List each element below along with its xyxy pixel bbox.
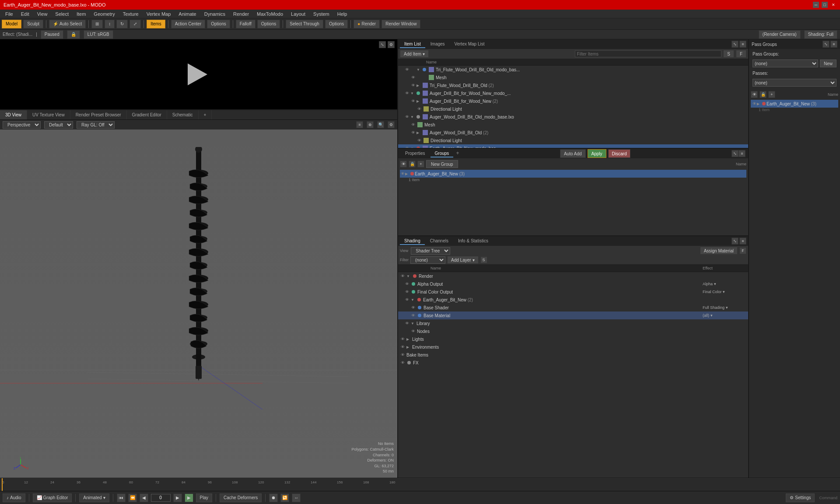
pass-groups-dropdown[interactable]: (none)	[752, 60, 818, 67]
eye-icon[interactable]: 👁	[404, 282, 410, 286]
eye-icon[interactable]: 👁	[752, 102, 757, 106]
eye-icon[interactable]: 👁	[410, 83, 416, 88]
minimize-btn[interactable]: ─	[813, 2, 819, 8]
pg-lock-btn[interactable]: 🔒	[760, 91, 766, 98]
transform-btn-1[interactable]: ⊞	[91, 20, 103, 28]
eye-icon[interactable]: 👁	[404, 290, 410, 294]
eye-icon[interactable]: 👁	[404, 146, 410, 148]
shader-item-environments[interactable]: 👁 ▶ Environments	[398, 343, 748, 351]
eye-icon[interactable]: 👁	[410, 329, 416, 333]
add-tab-btn[interactable]: +	[456, 150, 459, 158]
eye-icon[interactable]: 👁	[400, 360, 405, 365]
menu-render[interactable]: Render	[230, 10, 252, 18]
list-item[interactable]: 👁 ▼ Earth_Auger_Bit_New_modo_bas ...	[398, 144, 748, 148]
transport-prev[interactable]: ◀	[140, 494, 148, 502]
discard-btn[interactable]: Discard	[608, 149, 631, 158]
shader-panel-expand[interactable]: ⤡	[732, 238, 738, 245]
pg-eye-btn[interactable]: 👁	[751, 91, 758, 98]
cache-deformers-btn[interactable]: Cache Deformers	[220, 494, 262, 502]
tab-info-stats[interactable]: Info & Statistics	[454, 238, 493, 245]
options-btn-1[interactable]: Options	[207, 20, 230, 28]
pg-settings[interactable]: ≡	[830, 41, 837, 48]
eye-icon[interactable]: 👁	[410, 75, 416, 80]
transform-btn-2[interactable]: ↕	[105, 20, 115, 28]
list-item[interactable]: 👁 Mesh	[398, 74, 748, 81]
expand-icon[interactable]: ▼	[410, 115, 415, 119]
expand-icon[interactable]: ▶	[405, 172, 410, 176]
viewport-content[interactable]: X Y Z No Items Polygons: Catmull-Clark C…	[0, 130, 397, 478]
paused-btn[interactable]: Paused	[41, 30, 63, 39]
shader-item-bake[interactable]: 👁 Bake Items	[398, 351, 748, 359]
graph-editor-btn[interactable]: 📈 Graph Editor	[33, 494, 72, 502]
shader-item-lights[interactable]: 👁 ▶ Lights	[398, 335, 748, 343]
menu-select[interactable]: Select	[52, 10, 72, 18]
menu-maxtomode[interactable]: MaxToModo	[253, 10, 287, 18]
shader-filter-dropdown[interactable]: (none)	[410, 256, 445, 264]
eye-icon[interactable]: 👁	[404, 91, 410, 95]
list-item[interactable]: 👁 Directional Light	[398, 136, 748, 144]
expand-icon[interactable]: ▼	[406, 274, 411, 278]
menu-texture[interactable]: Texture	[119, 10, 142, 18]
animated-btn[interactable]: Animated ▾	[79, 494, 109, 502]
shader-panel-settings[interactable]: ≡	[739, 238, 746, 245]
tab-images[interactable]: Images	[426, 41, 449, 48]
group-row[interactable]: 👁 ▶ Earth_Auger_Bit_New (3)	[400, 170, 746, 178]
tab-channels[interactable]: Channels	[426, 238, 453, 245]
filter-s-btn[interactable]: S	[723, 50, 734, 58]
menu-dynamics[interactable]: Dynamics	[201, 10, 229, 18]
list-item[interactable]: 👁 ▶ Tri_Flute_Wood_Drill_Bit_Old (2)	[398, 81, 748, 89]
eye-icon[interactable]: 👁	[404, 298, 410, 302]
falloff-btn[interactable]: Falloff	[236, 20, 256, 28]
vp-menu-btn[interactable]: ≡	[356, 121, 363, 128]
expand-icon[interactable]: ▶	[406, 337, 411, 341]
maximize-btn[interactable]: □	[822, 2, 828, 8]
transport-prev-key[interactable]: ⏪	[128, 494, 137, 502]
tab-gradient-editor[interactable]: Gradient Editor	[127, 110, 167, 119]
play-preview-btn[interactable]	[188, 63, 210, 85]
transport-loop[interactable]: 🔁	[280, 494, 289, 502]
transport-next[interactable]: ▶	[173, 494, 182, 502]
eye-icon[interactable]: 👁	[404, 67, 410, 72]
eye-icon[interactable]: 👁	[400, 353, 405, 357]
tab-shading[interactable]: Shading	[400, 238, 425, 245]
eye-icon[interactable]: 👁	[404, 321, 410, 326]
add-item-btn[interactable]: Add Item ▾	[400, 50, 429, 58]
vp-settings-btn[interactable]: ⚙	[388, 121, 395, 128]
eye-icon[interactable]: 👁	[410, 99, 416, 103]
item-panel-expand[interactable]: ⤡	[732, 41, 738, 48]
shader-view-dropdown[interactable]: Shader Tree	[411, 247, 450, 255]
item-panel-settings[interactable]: ≡	[739, 41, 746, 48]
tab-uv-texture[interactable]: UV Texture View	[27, 110, 70, 119]
tab-3dview[interactable]: 3D View	[0, 110, 27, 119]
tab-properties[interactable]: Properties	[401, 150, 430, 158]
menu-geometry[interactable]: Geometry	[90, 10, 118, 18]
expand-icon[interactable]: ▶	[406, 345, 411, 349]
pg-new-btn[interactable]: New	[820, 60, 836, 67]
timeline-ruler[interactable]: 0 12 24 36 48 60 72 84 96 108 120 132 14…	[0, 478, 840, 491]
shader-item-fx[interactable]: 👁 FX	[398, 359, 748, 367]
shader-item-nodes[interactable]: 👁 Nodes	[398, 327, 748, 335]
shader-item-base-shader[interactable]: 👁 Base Shader Full Shading ▾	[398, 304, 748, 312]
auto-add-btn[interactable]: Auto Add	[560, 149, 586, 158]
shader-item-base-material[interactable]: 👁 Base Material (all) ▾	[398, 312, 748, 319]
transport-start[interactable]: ⏮	[117, 494, 126, 502]
groups-view-btn[interactable]: 👁	[400, 161, 407, 168]
preview-settings-btn[interactable]: ⚙	[388, 41, 395, 48]
camera-btn[interactable]: (Render Camera)	[759, 30, 801, 39]
passes-dropdown[interactable]: (none)	[752, 79, 836, 87]
default-dropdown[interactable]: Default	[44, 121, 73, 129]
expand-icon[interactable]: ▼	[416, 68, 421, 72]
audio-btn[interactable]: ♪ Audio	[3, 494, 25, 502]
eye-icon[interactable]: 👁	[416, 138, 422, 143]
menu-system[interactable]: System	[310, 10, 333, 18]
list-item[interactable]: 👁 ▼ Auger_Wood_Drill_Bit_Old_modo_base.l…	[398, 113, 748, 121]
shader-item-alpha[interactable]: 👁 Alpha Output Alpha ▾	[398, 280, 748, 288]
menu-view[interactable]: View	[34, 10, 51, 18]
menu-edit[interactable]: Edit	[18, 10, 33, 18]
list-item[interactable]: 👁 Mesh	[398, 121, 748, 129]
eye-icon[interactable]: 👁	[400, 337, 405, 341]
shader-s-btn[interactable]: S	[480, 256, 487, 263]
expand-icon[interactable]: ▶	[416, 99, 421, 103]
auto-select-btn[interactable]: ⚡ Auto Select	[49, 20, 86, 28]
pg-plus-btn[interactable]: +	[768, 91, 775, 98]
